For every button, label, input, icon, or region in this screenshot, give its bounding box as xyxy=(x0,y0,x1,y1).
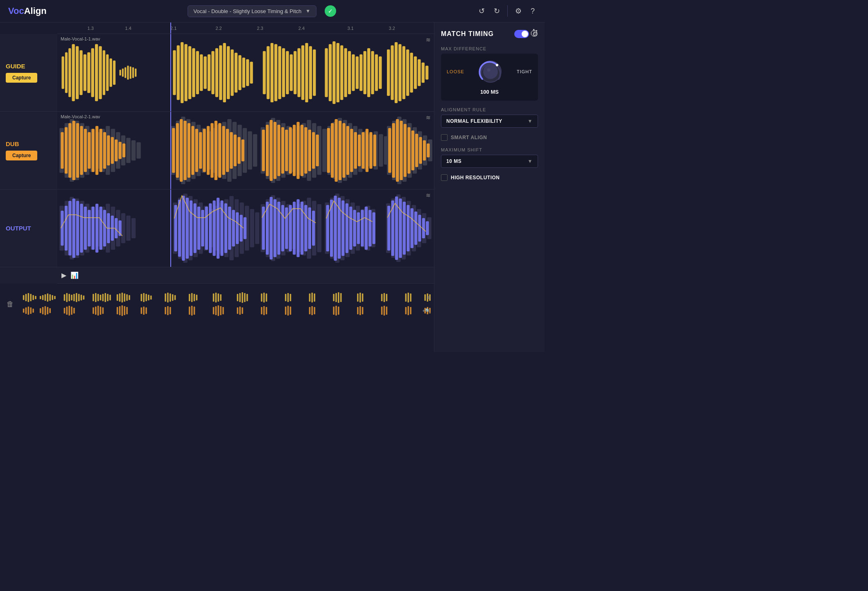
svg-rect-387 xyxy=(102,294,104,301)
settings-button[interactable]: ⚙ xyxy=(513,5,523,17)
svg-rect-14 xyxy=(113,61,115,85)
undo-button[interactable]: ↺ xyxy=(477,5,486,17)
svg-rect-470 xyxy=(141,307,142,314)
mini-timeline-trash: 🗑 xyxy=(0,300,20,309)
svg-rect-417 xyxy=(242,292,243,303)
svg-rect-67 xyxy=(364,51,366,94)
svg-rect-27 xyxy=(192,48,195,97)
svg-rect-412 xyxy=(215,293,217,302)
maximum-shift-dropdown[interactable]: 10 MS ▼ xyxy=(441,155,538,168)
smart-align-checkbox[interactable] xyxy=(441,134,448,141)
svg-rect-166 xyxy=(122,144,125,158)
match-timing-toggle[interactable] xyxy=(514,30,529,38)
ruler-tick-22: 2.2 xyxy=(215,26,222,31)
svg-rect-474 xyxy=(167,306,169,315)
svg-rect-477 xyxy=(191,306,193,316)
svg-rect-358 xyxy=(418,215,421,242)
svg-rect-336 xyxy=(312,211,315,246)
alignment-rule-value: NORMAL FLEXIBILITY xyxy=(446,118,502,124)
svg-rect-488 xyxy=(263,306,265,315)
svg-rect-64 xyxy=(352,54,355,91)
svg-rect-382 xyxy=(83,296,85,300)
svg-rect-428 xyxy=(314,293,315,302)
svg-rect-29 xyxy=(200,54,203,91)
svg-point-514 xyxy=(487,68,491,72)
svg-rect-219 xyxy=(407,127,410,174)
svg-rect-10 xyxy=(99,46,102,99)
svg-rect-426 xyxy=(309,293,311,302)
svg-rect-153 xyxy=(72,121,75,180)
svg-rect-322 xyxy=(244,217,246,239)
svg-rect-332 xyxy=(296,199,299,257)
svg-rect-317 xyxy=(224,203,227,253)
trash-icon[interactable]: 🗑 xyxy=(7,300,14,309)
guide-waveform[interactable]: Male-Vocal-1-1.wav ≋ xyxy=(57,34,434,111)
svg-rect-369 xyxy=(45,294,46,301)
ruler-tick-32: 3.2 xyxy=(389,26,395,31)
ruler-tick-13: 1.3 xyxy=(88,26,94,31)
dub-waveform[interactable]: Male-Vocal-2-1.wav ≋ xyxy=(57,112,434,189)
svg-rect-150 xyxy=(61,132,63,169)
ruler-spacer xyxy=(0,23,57,34)
svg-rect-168 xyxy=(176,123,179,178)
ruler-tick-21: 2.1 xyxy=(170,26,176,31)
svg-rect-164 xyxy=(115,140,118,162)
svg-rect-165 xyxy=(119,142,122,159)
mini-tracks-area: ≋ xyxy=(20,288,434,320)
redo-button[interactable]: ↻ xyxy=(492,5,502,17)
play-button[interactable]: ▶ xyxy=(61,271,66,279)
alignment-rule-dropdown[interactable]: NORMAL FLEXIBILITY ▼ xyxy=(441,115,538,128)
svg-rect-502 xyxy=(381,307,383,315)
svg-rect-380 xyxy=(78,294,80,301)
svg-rect-82 xyxy=(425,66,428,80)
svg-rect-237 xyxy=(121,213,125,244)
svg-rect-432 xyxy=(340,293,342,302)
svg-rect-57 xyxy=(325,48,328,97)
svg-rect-328 xyxy=(281,205,284,251)
svg-rect-318 xyxy=(228,207,231,250)
svg-rect-196 xyxy=(301,125,303,176)
svg-rect-456 xyxy=(66,307,68,315)
svg-rect-491 xyxy=(287,306,289,316)
svg-rect-76 xyxy=(402,46,405,99)
svg-rect-185 xyxy=(242,140,244,162)
svg-rect-297 xyxy=(95,204,98,253)
output-playhead xyxy=(170,189,171,267)
svg-rect-409 xyxy=(194,294,195,301)
svg-rect-308 xyxy=(190,201,192,256)
svg-rect-205 xyxy=(342,123,345,178)
svg-rect-220 xyxy=(411,131,414,170)
help-button[interactable]: ? xyxy=(529,5,536,17)
guide-capture-button[interactable]: Capture xyxy=(6,73,37,83)
mini-guide-track: ≋ xyxy=(20,292,434,303)
svg-rect-32 xyxy=(211,51,214,94)
high-resolution-checkbox[interactable] xyxy=(441,174,448,181)
preset-selector[interactable]: Vocal - Double - Slightly Loose Timing &… xyxy=(188,5,317,17)
svg-rect-345 xyxy=(357,212,360,244)
svg-rect-388 xyxy=(105,293,106,302)
waveform-view-button[interactable]: 📊 xyxy=(70,271,79,279)
svg-rect-19 xyxy=(130,67,131,79)
svg-rect-299 xyxy=(103,210,106,247)
panel-title: MATCH TIMING xyxy=(441,30,494,38)
svg-rect-344 xyxy=(353,210,356,247)
history-button[interactable]: ⏱ xyxy=(530,28,539,39)
svg-rect-410 xyxy=(196,295,198,300)
svg-rect-211 xyxy=(366,129,368,172)
svg-rect-319 xyxy=(232,210,235,247)
mini-dub-icon[interactable]: +🔍 xyxy=(423,308,431,314)
svg-rect-128 xyxy=(322,129,326,172)
svg-rect-469 xyxy=(126,307,128,314)
svg-rect-370 xyxy=(47,293,49,302)
output-waveform[interactable]: ≋ xyxy=(57,189,434,267)
svg-rect-33 xyxy=(215,48,218,97)
svg-rect-399 xyxy=(145,294,147,301)
dub-capture-button[interactable]: Capture xyxy=(6,151,37,160)
max-diff-knob[interactable] xyxy=(478,59,503,84)
alignment-rule-section: ALIGNMENT RULE NORMAL FLEXIBILITY ▼ xyxy=(441,107,538,128)
main-area: 1.3 1.4 2.1 2.2 2.3 2.4 3.1 3.2 GUIDE Ca… xyxy=(0,23,545,352)
svg-rect-47 xyxy=(278,46,281,99)
svg-rect-378 xyxy=(73,294,75,301)
ruler-tick-14: 1.4 xyxy=(125,26,131,31)
svg-rect-80 xyxy=(418,59,420,86)
